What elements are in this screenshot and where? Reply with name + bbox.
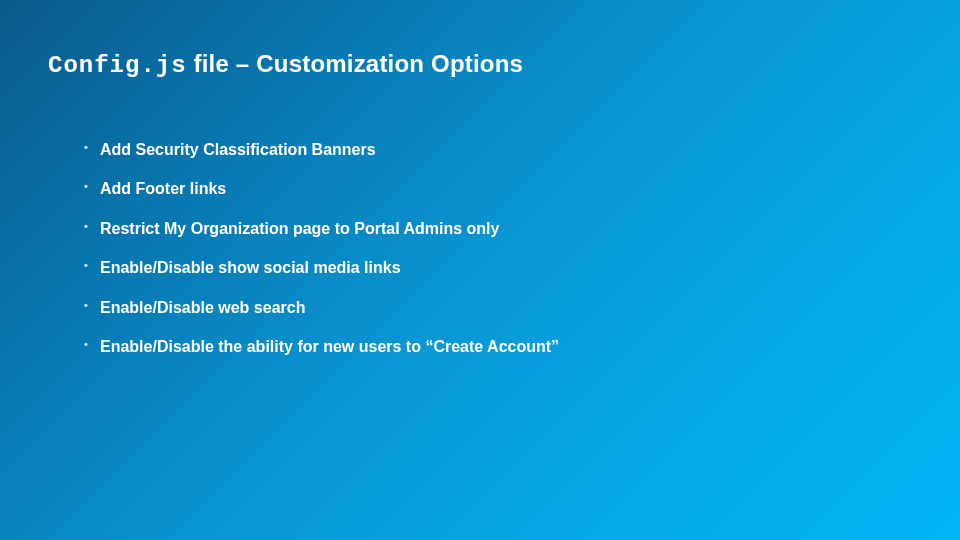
slide: Config.js file – Customization Options A…	[0, 0, 960, 425]
list-item: Add Security Classification Banners	[84, 139, 912, 161]
slide-title: Config.js file – Customization Options	[48, 50, 912, 79]
title-code-part: Config.js	[48, 52, 187, 79]
bullet-list: Add Security Classification Banners Add …	[48, 139, 912, 358]
list-item: Restrict My Organization page to Portal …	[84, 218, 912, 240]
list-item: Enable/Disable web search	[84, 297, 912, 319]
list-item: Enable/Disable show social media links	[84, 257, 912, 279]
list-item: Add Footer links	[84, 178, 912, 200]
title-rest-part: file – Customization Options	[187, 50, 523, 77]
list-item: Enable/Disable the ability for new users…	[84, 336, 912, 358]
